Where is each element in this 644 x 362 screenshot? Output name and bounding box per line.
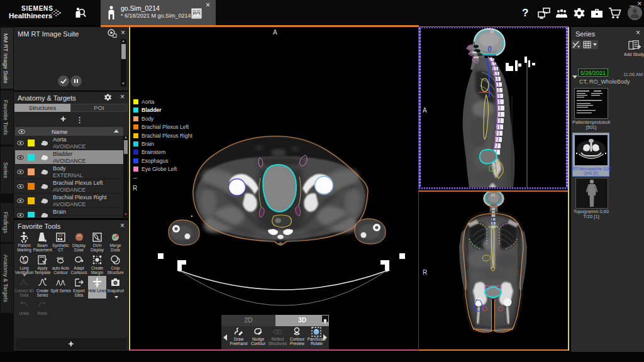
svg-text:H: H bbox=[491, 192, 495, 198]
svg-text:%: % bbox=[23, 260, 26, 263]
svg-text:H: H bbox=[491, 30, 494, 34]
svg-text:CT: CT bbox=[58, 234, 63, 238]
